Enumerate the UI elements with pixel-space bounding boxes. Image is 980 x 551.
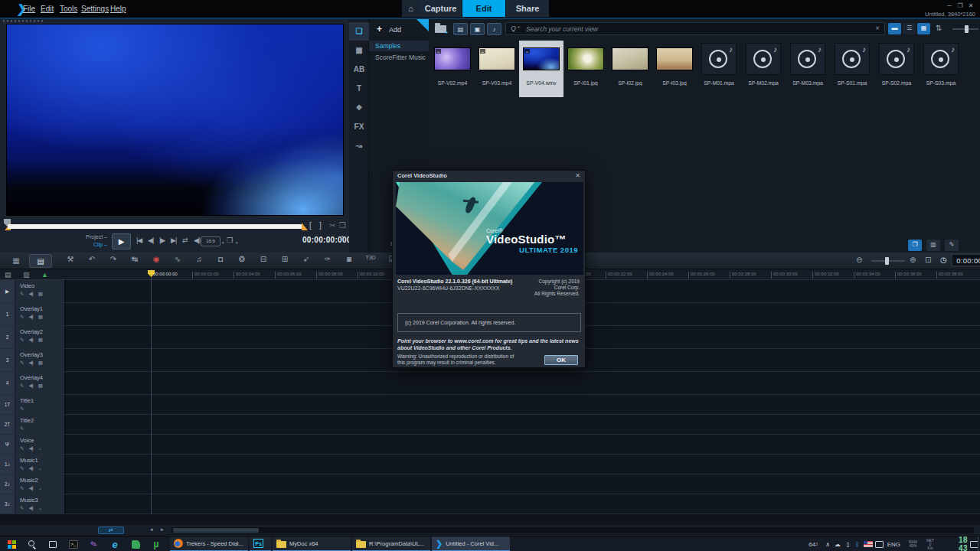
taskbar-app-folder[interactable]: MyDoc x64 xyxy=(273,536,351,551)
motion-tracking-button[interactable]: ➶ xyxy=(299,255,314,263)
panel-drag-handle[interactable] xyxy=(3,20,44,22)
pencil-icon[interactable]: ✎ xyxy=(20,314,23,320)
media-library-icon[interactable]: ❏ xyxy=(349,22,369,41)
volume-icon[interactable]: ◀) xyxy=(28,360,32,366)
media-item-sp-s02.mpa[interactable]: ♪SP-S02.mpa xyxy=(874,41,919,97)
taskbar-clock[interactable]: 18 43 xyxy=(959,536,968,551)
overlay-track-icon[interactable]: 4 xyxy=(0,372,15,394)
media-item-sp-m01.mpa[interactable]: ♪SP-M01.mpa xyxy=(697,41,741,97)
restore-button[interactable]: ❐ xyxy=(956,2,965,9)
mask-creator-button[interactable]: ◙ xyxy=(341,255,357,263)
menu-tools[interactable]: Tools xyxy=(60,5,77,13)
undo-button[interactable]: ↶ xyxy=(84,255,100,263)
checker-icon[interactable]: ▩ xyxy=(38,291,42,297)
voice-track-icon[interactable]: Ψ xyxy=(0,435,15,454)
scrubber-bar[interactable] xyxy=(8,224,303,229)
track-manager-icon[interactable]: ▥ xyxy=(23,271,30,279)
timecode-spinner[interactable]: ▴▾ xyxy=(339,234,345,240)
zoom-slider-knob[interactable] xyxy=(965,25,969,33)
wave-icon[interactable]: ⌄ xyxy=(38,445,41,452)
pencil-icon[interactable]: ✎ xyxy=(20,425,23,432)
title-options-button[interactable]: ⊟ xyxy=(256,255,271,263)
media-item-sp-m03.mpa[interactable]: ♪SP-M03.mpa xyxy=(786,41,830,97)
scroll-right-icon[interactable]: ▸ xyxy=(161,527,164,533)
bluetooth-icon[interactable]: ᛒ xyxy=(855,536,859,551)
taskbar-notes-button[interactable] xyxy=(126,536,145,551)
scroll-swap-button[interactable]: ⇄ xyxy=(98,527,124,534)
view-grid-icon[interactable]: ▦ xyxy=(917,23,930,34)
tab-capture[interactable]: Capture xyxy=(420,0,462,17)
hscroll-thumb[interactable] xyxy=(173,528,259,533)
track-lane[interactable] xyxy=(66,494,980,514)
dialog-close-icon[interactable]: ✕ xyxy=(575,172,580,179)
sound-mixer-button[interactable]: ∿ xyxy=(170,255,185,263)
transitions-icon[interactable]: AB xyxy=(349,60,369,79)
thumbnail-zoom-slider[interactable] xyxy=(952,28,978,30)
system-volume-button[interactable]: ◀) xyxy=(194,236,200,244)
wave-icon[interactable]: ⌄ xyxy=(38,505,41,511)
volume-icon[interactable]: ◀) xyxy=(28,314,32,320)
taskbar-start-button[interactable] xyxy=(2,536,21,551)
3d-title-button[interactable]: T3D xyxy=(363,255,378,260)
library-panel-button[interactable]: ❐ xyxy=(908,240,922,251)
media-item-sp-i03.jpg[interactable]: SP-I03.jpg xyxy=(652,41,697,97)
menu-help[interactable]: Help xyxy=(110,5,126,13)
volume-icon[interactable]: ◀) xyxy=(28,485,32,491)
hscroll-track[interactable] xyxy=(172,527,974,533)
filter-photo-icon[interactable]: ▣ xyxy=(470,23,485,35)
view-list-icon[interactable]: ☰ xyxy=(903,23,916,34)
instant-project-icon[interactable]: ▦ xyxy=(349,41,369,60)
volume-icon[interactable]: ◀) xyxy=(28,505,32,511)
trim-video-button[interactable]: ↹ xyxy=(127,255,142,263)
wave-icon[interactable]: ⌄ xyxy=(38,465,41,471)
repeat-button[interactable]: ⇄ xyxy=(182,236,188,244)
pencil-icon[interactable]: ✎ xyxy=(20,360,23,366)
media-item-sp-i01.jpg[interactable]: SP-I01.jpg xyxy=(564,41,608,97)
play-button[interactable]: ▶ xyxy=(112,233,131,249)
wave-icon[interactable]: ⌄ xyxy=(38,485,41,491)
filter-video-icon[interactable]: ▤ xyxy=(453,23,468,35)
customize-toolbar-button[interactable]: ⚒ xyxy=(63,255,78,263)
auto-music-button[interactable]: ♫ xyxy=(191,255,207,263)
volume-icon[interactable]: ◀) xyxy=(28,337,32,343)
track-lane[interactable] xyxy=(66,455,980,474)
taskbar-taskview-button[interactable] xyxy=(43,536,63,551)
phone-icon[interactable]: ▯ xyxy=(847,536,850,551)
pencil-icon[interactable]: ✎ xyxy=(20,485,23,491)
timeline-zoom-slider[interactable] xyxy=(871,260,905,262)
minimize-button[interactable]: ─ xyxy=(945,2,954,9)
home-button[interactable]: |◀ xyxy=(136,236,142,244)
record-capture-option-button[interactable]: ◉ xyxy=(149,255,164,263)
track-lane[interactable] xyxy=(66,372,980,394)
timeline-zoom-knob[interactable] xyxy=(885,257,889,265)
language-flag-icon[interactable] xyxy=(864,536,873,551)
pin-panel-icon[interactable] xyxy=(416,19,429,31)
taskbar-app-vs[interactable]: ❯Untitled - Corel Vid... xyxy=(432,536,510,551)
tab-share[interactable]: Share xyxy=(506,0,549,17)
menu-file[interactable]: File xyxy=(23,5,35,13)
checker-icon[interactable]: ▩ xyxy=(38,360,42,366)
checker-icon[interactable]: ▩ xyxy=(38,383,42,389)
aspect-ratio-button[interactable]: 16:9 xyxy=(201,236,220,246)
motion-paths-icon[interactable]: ↝ xyxy=(349,137,369,155)
volume-icon[interactable]: ◀) xyxy=(28,465,32,471)
graphics-icon[interactable]: ❖ xyxy=(349,99,369,117)
clip-mode-button[interactable]: Clip xyxy=(83,242,107,247)
media-item-sp-s03.mpa[interactable]: ♪SP-S03.mpa xyxy=(919,41,963,97)
taskbar-app-photoshop[interactable]: Ps xyxy=(250,536,271,551)
track-lane[interactable] xyxy=(66,435,980,454)
view-thumbnail-icon[interactable]: ▬ xyxy=(888,23,901,34)
pencil-icon[interactable]: ✎ xyxy=(20,383,23,389)
pencil-icon[interactable]: ✎ xyxy=(20,505,23,511)
home-tab[interactable]: ⌂ xyxy=(402,0,420,17)
overlay-track-icon[interactable]: 1 xyxy=(0,303,15,325)
music-track-icon[interactable]: 2♪ xyxy=(0,474,15,494)
track-lane[interactable] xyxy=(66,415,980,434)
effects-button[interactable]: ❂ xyxy=(234,255,250,263)
checker-icon[interactable]: ▩ xyxy=(38,314,42,320)
language-label[interactable]: ENG xyxy=(887,536,900,551)
zoom-in-icon[interactable]: ⊕ xyxy=(910,256,916,264)
scroll-left-icon[interactable]: ◂ xyxy=(150,527,153,533)
enlarge-preview-window-button[interactable]: ❒ xyxy=(227,236,233,244)
clear-search-icon[interactable]: ✕ xyxy=(875,25,880,31)
